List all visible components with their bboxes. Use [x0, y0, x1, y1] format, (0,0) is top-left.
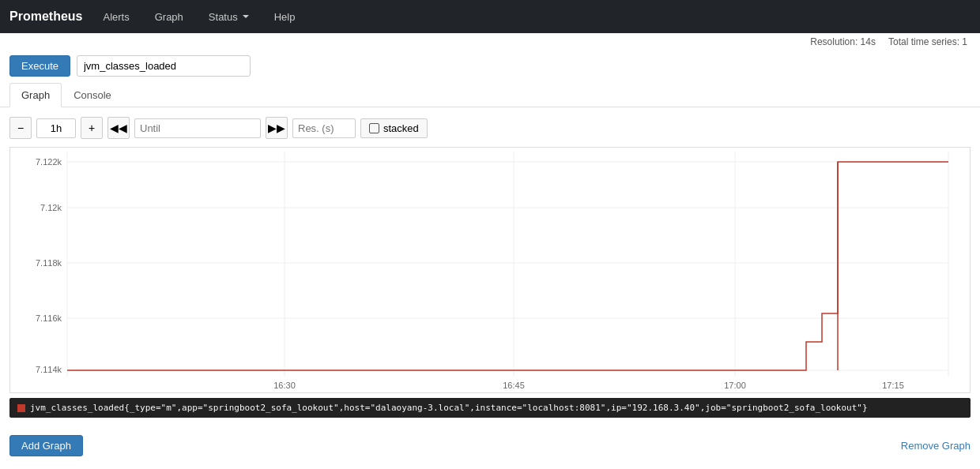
remove-graph-link[interactable]: Remove Graph — [901, 440, 971, 452]
tabs-bar: Graph Console — [0, 83, 980, 107]
y-label-4: 7.114k — [36, 365, 62, 374]
forward-button[interactable]: ▶▶ — [266, 117, 288, 139]
resolution-label: Resolution: 14s — [810, 36, 876, 47]
range-input[interactable] — [36, 118, 76, 138]
chart-svg: 7.122k 7.12k 7.118k 7.116k 7.114k 16:30 … — [10, 148, 970, 392]
y-label-2: 7.118k — [36, 258, 62, 268]
navbar-brand[interactable]: Prometheus — [9, 9, 82, 24]
execute-row: Execute — [0, 49, 980, 83]
chart-wrapper: 7.122k 7.12k 7.118k 7.116k 7.114k 16:30 … — [9, 147, 971, 393]
graph-container: − + ◀◀ ▶▶ stacked 7.122k 7.12k 7.118k 7.… — [0, 107, 980, 427]
zoom-out-button[interactable]: − — [9, 117, 32, 139]
x-label-1: 16:45 — [503, 381, 525, 390]
tab-console[interactable]: Console — [62, 83, 123, 107]
legend-color-box — [17, 404, 25, 412]
y-label-1: 7.12k — [40, 203, 62, 212]
stacked-checkbox-icon — [369, 123, 379, 133]
plus-icon: + — [89, 122, 95, 134]
nav-help[interactable]: Help — [270, 8, 300, 26]
y-label-3: 7.116k — [36, 313, 62, 323]
execute-button[interactable]: Execute — [9, 55, 70, 77]
nav-graph[interactable]: Graph — [150, 8, 188, 26]
until-input[interactable] — [134, 118, 261, 138]
nav-status-dropdown[interactable]: Status — [204, 8, 254, 26]
x-label-2: 17:00 — [724, 381, 746, 390]
nav-status-label: Status — [209, 11, 238, 23]
back-icon: ◀◀ — [110, 122, 127, 134]
resolution-bar: Resolution: 14s Total time series: 1 — [0, 33, 980, 49]
forward-icon: ▶▶ — [268, 122, 285, 134]
minus-icon: − — [17, 122, 24, 134]
y-label-0: 7.122k — [36, 157, 62, 167]
legend-text: jvm_classes_loaded{_type="m",app="spring… — [30, 403, 868, 413]
zoom-in-button[interactable]: + — [81, 117, 103, 139]
bottom-bar: Add Graph Remove Graph — [0, 427, 980, 464]
x-label-3: 17:15 — [882, 381, 904, 390]
x-label-0: 16:30 — [273, 381, 296, 390]
stacked-label: stacked — [383, 122, 419, 134]
graph-controls: − + ◀◀ ▶▶ stacked — [9, 117, 971, 139]
navbar: Prometheus Alerts Graph Status Help — [0, 0, 980, 33]
total-series-label: Total time series: 1 — [888, 36, 967, 47]
nav-status-caret-icon — [243, 15, 249, 18]
add-graph-button[interactable]: Add Graph — [9, 435, 83, 456]
legend-tooltip: jvm_classes_loaded{_type="m",app="spring… — [9, 398, 971, 418]
tab-graph[interactable]: Graph — [9, 83, 62, 107]
stacked-button[interactable]: stacked — [360, 118, 428, 138]
nav-alerts[interactable]: Alerts — [98, 8, 134, 26]
res-input[interactable] — [292, 118, 356, 138]
back-button[interactable]: ◀◀ — [107, 117, 130, 139]
chart-line — [67, 162, 948, 370]
query-input[interactable] — [77, 55, 251, 77]
